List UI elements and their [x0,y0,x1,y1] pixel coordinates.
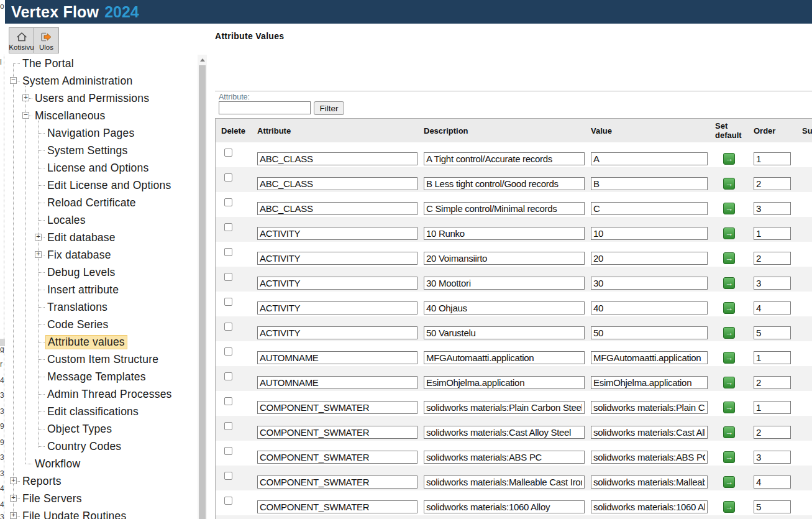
tree-item-label[interactable]: Navigation Pages [45,126,136,140]
sidebar-item[interactable]: −Miscellaneous [5,107,198,124]
value-input[interactable] [591,451,708,464]
home-button[interactable]: Kotisivu [9,27,34,53]
value-input[interactable] [591,401,708,414]
attribute-input[interactable] [257,252,417,265]
sidebar-item[interactable]: Reload Certificate [5,194,198,211]
sidebar-item[interactable]: Edit License and Options [5,177,198,194]
value-input[interactable] [591,351,708,364]
order-input[interactable] [754,426,791,439]
tree-item-label[interactable]: Locales [45,213,88,227]
value-input[interactable] [591,252,708,265]
delete-checkbox[interactable] [224,497,232,505]
attribute-input[interactable] [257,202,417,215]
set-default-button[interactable]: → [723,302,735,314]
tree-item-label[interactable]: Object Types [45,422,114,436]
description-input[interactable] [424,152,585,165]
sidebar-item[interactable]: +Reports [5,472,198,490]
tree-item-label[interactable]: System Settings [45,144,129,158]
collapse-icon[interactable]: − [22,112,29,119]
tree-item-label[interactable]: Translations [45,300,109,315]
value-input[interactable] [591,202,708,215]
set-default-button[interactable]: → [723,352,735,364]
set-default-button[interactable]: → [723,377,735,388]
attribute-input[interactable] [257,227,417,240]
description-input[interactable] [424,177,585,190]
scroll-up-arrow-icon[interactable] [198,55,207,65]
expand-icon[interactable]: + [35,251,42,258]
attribute-input[interactable] [257,277,417,290]
sidebar-item[interactable]: +File Servers [5,490,198,507]
set-default-button[interactable]: → [723,402,735,413]
description-input[interactable] [424,351,585,364]
order-input[interactable] [754,376,791,389]
order-input[interactable] [754,202,791,215]
order-input[interactable] [754,351,791,364]
description-input[interactable] [424,326,585,339]
attribute-input[interactable] [257,351,417,364]
tree-item-label[interactable]: Country Codes [45,439,123,454]
collapse-icon[interactable]: − [10,77,17,84]
set-default-button[interactable]: → [723,252,735,264]
tree-item-label[interactable]: Attribute values [45,335,127,349]
sidebar-item[interactable]: License and Options [5,159,198,177]
value-input[interactable] [591,152,708,165]
delete-checkbox[interactable] [224,323,232,331]
description-input[interactable] [424,301,585,315]
expand-icon[interactable]: + [10,477,17,484]
order-input[interactable] [754,451,791,464]
attribute-input[interactable] [257,301,417,315]
delete-checkbox[interactable] [224,447,232,455]
sidebar-item[interactable]: +Users and Permissions [5,90,198,107]
tree-item-label[interactable]: Debug Levels [45,265,117,280]
set-default-button[interactable]: → [723,153,735,165]
delete-checkbox[interactable] [224,223,232,231]
order-input[interactable] [754,475,791,489]
tree-item-label[interactable]: Edit database [45,231,117,245]
value-input[interactable] [591,376,708,389]
tree-item-label[interactable]: Insert attribute [45,283,121,297]
description-input[interactable] [424,451,585,464]
order-input[interactable] [754,277,791,290]
description-input[interactable] [424,376,585,389]
sidebar-item[interactable]: Insert attribute [5,281,198,298]
value-input[interactable] [591,326,708,339]
order-input[interactable] [754,500,791,513]
tree-item-label[interactable]: Reload Certificate [45,196,138,210]
value-input[interactable] [591,301,708,315]
attribute-input[interactable] [257,500,417,513]
set-default-button[interactable]: → [723,203,735,214]
sidebar-item[interactable]: Workflow [5,455,198,472]
delete-checkbox[interactable] [224,149,232,157]
tree-item-label[interactable]: Reports [21,474,63,489]
set-default-button[interactable]: → [723,327,735,339]
delete-checkbox[interactable] [224,372,232,380]
tree-item-label[interactable]: Message Templates [45,370,148,384]
tree-item-label[interactable]: Admin Thread Processes [45,387,174,402]
set-default-button[interactable]: → [723,426,735,438]
sidebar-item[interactable]: Message Templates [5,368,198,385]
expand-icon[interactable]: + [10,512,17,519]
delete-checkbox[interactable] [224,273,232,281]
description-input[interactable] [424,426,585,439]
tree-item-label[interactable]: Users and Permissions [33,91,151,106]
sidebar-item[interactable]: Country Codes [5,438,198,455]
attribute-input[interactable] [257,376,417,389]
tree-item-label[interactable]: Edit classifications [45,405,140,419]
logout-button[interactable]: Ulos [34,27,59,53]
attribute-input[interactable] [257,451,417,464]
tree-item-label[interactable]: System Administration [21,74,134,88]
sidebar-item[interactable]: Code Series [5,316,198,333]
value-input[interactable] [591,177,708,190]
set-default-button[interactable]: → [723,501,735,513]
sidebar-item[interactable]: +Fix database [5,246,198,264]
scrollbar-thumb[interactable] [199,65,206,519]
delete-checkbox[interactable] [224,298,232,306]
tree-item-label[interactable]: Custom Item Structure [45,352,160,367]
filter-button[interactable]: Filter [314,101,344,115]
tree-item-label[interactable]: License and Options [45,161,150,175]
sidebar-item[interactable]: −System Administration [5,72,198,90]
description-input[interactable] [424,252,585,265]
tree-item-label[interactable]: Edit License and Options [45,178,173,193]
attribute-input[interactable] [257,177,417,190]
delete-checkbox[interactable] [224,472,232,480]
